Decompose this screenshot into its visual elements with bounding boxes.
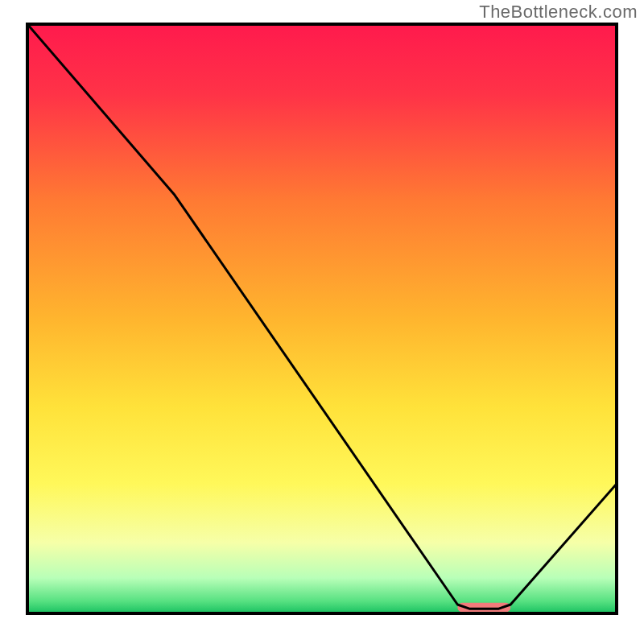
plot-background	[27, 24, 617, 613]
watermark-text: TheBottleneck.com	[479, 2, 638, 23]
bottleneck-chart	[0, 0, 644, 644]
chart-container: TheBottleneck.com	[0, 0, 644, 644]
